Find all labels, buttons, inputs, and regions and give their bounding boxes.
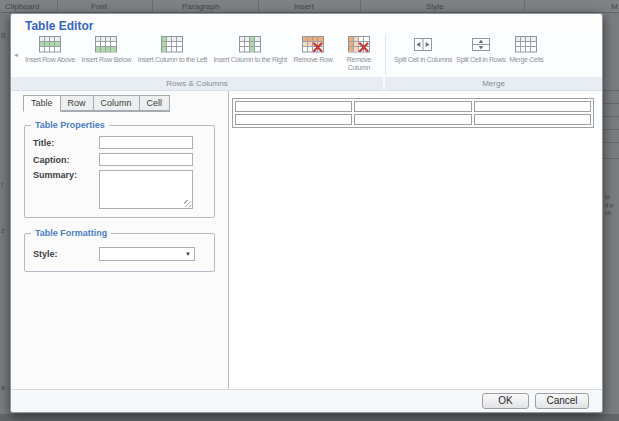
insert-row-above-icon <box>39 36 61 53</box>
dimmed-text-fragment: ch <box>605 209 611 217</box>
toolbar-button-label: Split Cell in Rows <box>456 56 505 64</box>
cancel-button[interactable]: Cancel <box>535 393 589 409</box>
toolbar-button-label: Merge Cells <box>509 56 543 64</box>
remove-row-button[interactable]: Remove Row <box>291 32 334 77</box>
remove-column-button[interactable]: Remove Column <box>337 32 381 77</box>
caption-input[interactable] <box>99 153 193 166</box>
preview-table <box>232 98 594 128</box>
insert-column-right-icon <box>239 36 261 53</box>
toolbar-button-label: Insert Column to the Left <box>138 56 207 64</box>
tab-bar: Table Row Column Cell <box>23 95 170 112</box>
toolbar-button-label: Insert Column to the Right <box>213 56 287 64</box>
insert-column-left-icon <box>161 36 183 53</box>
summary-label: Summary: <box>33 170 99 180</box>
ribbon-group-label: Paragraph <box>182 2 219 11</box>
split-cell-in-columns-icon <box>412 36 434 53</box>
merge-cells-button[interactable]: Merge Cells <box>507 32 545 77</box>
toolbar-group-rows-columns: Insert Row Above Insert Row Below <box>21 32 385 77</box>
split-cell-columns-button[interactable]: Split Cell in Columns <box>392 32 454 77</box>
merge-cells-icon <box>515 36 537 53</box>
table-properties-legend: Table Properties <box>31 120 109 130</box>
preview-cell[interactable] <box>235 114 352 125</box>
toolbar-group-merge: Split Cell in Columns Split Cell in Rows <box>386 32 602 77</box>
remove-row-icon <box>302 36 324 53</box>
dimmed-document-edge: ld d p ch <box>603 13 619 413</box>
ok-button[interactable]: OK <box>482 393 529 409</box>
ribbon-group-label: Clipboard <box>5 2 39 11</box>
dimmed-text-fragment: a <box>1 384 5 391</box>
preview-table-body <box>235 101 591 125</box>
style-label: Style: <box>33 249 99 259</box>
insert-row-below-button[interactable]: Insert Row Below <box>80 32 134 77</box>
tab-row[interactable]: Row <box>61 95 94 111</box>
table-formatting-fieldset: Table Formatting Style: ▼ <box>24 233 215 272</box>
group-label-rows-columns: Rows & Columns <box>11 77 385 90</box>
toolbar-scroll-left-icon[interactable]: ◄ <box>11 32 21 77</box>
dimmed-statusbar <box>0 414 619 421</box>
toolbar-group-labels: Rows & Columns Merge <box>11 77 602 91</box>
preview-cell[interactable] <box>474 114 591 125</box>
tab-cell[interactable]: Cell <box>140 95 171 111</box>
dialog-title: Table Editor <box>11 14 602 32</box>
toolbar-button-label: Remove Row <box>293 56 332 64</box>
title-label: Title: <box>33 138 99 148</box>
split-cell-rows-button[interactable]: Split Cell in Rows <box>454 32 507 77</box>
remove-column-icon <box>348 36 370 53</box>
chevron-down-icon: ▼ <box>185 251 191 257</box>
insert-row-above-button[interactable]: Insert Row Above <box>23 32 77 77</box>
preview-cell[interactable] <box>354 101 471 112</box>
dimmed-text-fragment: z <box>1 227 5 234</box>
insert-column-left-button[interactable]: Insert Column to the Left <box>136 32 209 77</box>
preview-cell[interactable] <box>354 114 471 125</box>
insert-row-below-icon <box>95 36 117 53</box>
style-select[interactable]: ▼ <box>99 247 195 261</box>
table-properties-fieldset: Table Properties Title: Caption: Summary… <box>24 125 215 218</box>
ribbon-group-label: Insert <box>294 2 314 11</box>
tab-column[interactable]: Column <box>94 95 140 111</box>
caption-label: Caption: <box>33 155 99 165</box>
dimmed-text-fragment: d p <box>605 201 613 209</box>
preview-cell[interactable] <box>235 101 352 112</box>
group-label-merge: Merge <box>385 77 602 90</box>
settings-panel: Table Row Column Cell Table Properties T… <box>11 91 229 389</box>
table-preview-panel <box>229 91 602 389</box>
table-formatting-legend: Table Formatting <box>31 228 111 238</box>
split-cell-in-rows-icon <box>470 36 492 53</box>
table-editor-dialog: Table Editor ◄ Insert Row Above <box>10 13 603 413</box>
dimmed-text-fragment: B <box>1 32 6 39</box>
toolbar-button-label: Remove Column <box>339 56 379 72</box>
toolbar-button-label: Insert Row Above <box>25 56 75 64</box>
dimmed-ribbon-strip: Clipboard Font Paragraph Insert Style M <box>0 0 619 13</box>
dimmed-text-fragment: ld <box>605 193 610 201</box>
dimmed-text-fragment: t <box>1 181 3 188</box>
preview-cell[interactable] <box>474 101 591 112</box>
title-input[interactable] <box>99 136 193 149</box>
insert-column-right-button[interactable]: Insert Column to the Right <box>211 32 289 77</box>
ribbon-group-label: M <box>611 2 618 11</box>
table-editor-toolbar: ◄ Insert Row Above Insert Row B <box>11 32 602 77</box>
summary-textarea[interactable] <box>99 170 193 209</box>
toolbar-button-label: Split Cell in Columns <box>394 56 452 64</box>
ribbon-group-label: Font <box>91 2 107 11</box>
dialog-footer: OK Cancel <box>11 389 602 412</box>
ribbon-group-label: Style <box>426 2 444 11</box>
toolbar-button-label: Insert Row Below <box>82 56 132 64</box>
tab-table[interactable]: Table <box>23 95 61 112</box>
